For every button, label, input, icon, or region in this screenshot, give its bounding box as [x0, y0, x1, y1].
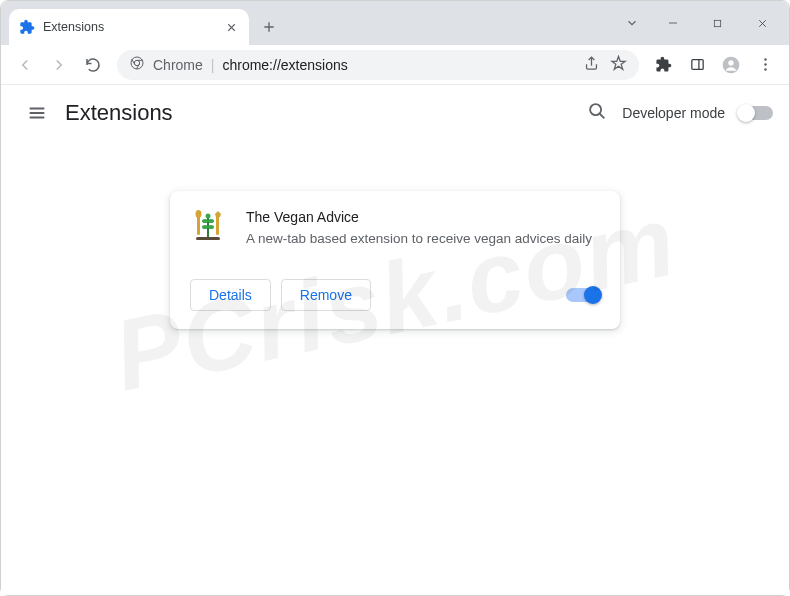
reload-button[interactable]	[77, 49, 109, 81]
tab-dropdown-button[interactable]	[614, 8, 650, 38]
extensions-icon[interactable]	[647, 49, 679, 81]
chrome-icon	[129, 55, 145, 74]
titlebar: Extensions	[1, 1, 789, 45]
close-window-button[interactable]	[740, 8, 785, 38]
address-bar[interactable]: Chrome | chrome://extensions	[117, 50, 639, 80]
profile-icon[interactable]	[715, 49, 747, 81]
page-content: Extensions Developer mode	[1, 85, 789, 595]
developer-mode-label: Developer mode	[622, 105, 725, 121]
svg-point-7	[764, 63, 767, 66]
svg-point-9	[590, 104, 601, 115]
omnibox-actions	[583, 55, 627, 75]
window-controls	[614, 7, 789, 45]
hamburger-menu-button[interactable]	[17, 93, 57, 133]
remove-button[interactable]: Remove	[281, 279, 371, 311]
tab-close-button[interactable]	[223, 19, 239, 35]
extension-header: The Vegan Advice A new-tab based extensi…	[190, 209, 600, 249]
url-text: chrome://extensions	[222, 57, 347, 73]
svg-point-13	[202, 219, 208, 223]
svg-point-17	[206, 214, 211, 219]
extension-description: A new-tab based extension to receive veg…	[246, 229, 600, 249]
back-button[interactable]	[9, 49, 41, 81]
svg-rect-12	[216, 215, 219, 235]
extension-card: The Vegan Advice A new-tab based extensi…	[170, 191, 620, 329]
share-icon[interactable]	[583, 55, 600, 75]
new-tab-button[interactable]	[255, 13, 283, 41]
svg-point-11	[196, 210, 202, 218]
extensions-list: The Vegan Advice A new-tab based extensi…	[1, 141, 789, 595]
menu-icon[interactable]	[749, 49, 781, 81]
svg-point-14	[208, 219, 214, 223]
browser-window: Extensions	[0, 0, 790, 596]
url-prefix: Chrome	[153, 57, 203, 73]
svg-rect-3	[691, 60, 702, 70]
page-title: Extensions	[65, 100, 173, 126]
extension-name: The Vegan Advice	[246, 209, 600, 225]
developer-mode-toggle[interactable]	[739, 106, 773, 120]
svg-point-5	[728, 60, 733, 65]
tab-title: Extensions	[43, 20, 215, 34]
bookmark-icon[interactable]	[610, 55, 627, 75]
maximize-button[interactable]	[695, 8, 740, 38]
sidepanel-icon[interactable]	[681, 49, 713, 81]
extension-toggle-wrap	[566, 288, 600, 302]
svg-point-8	[764, 68, 767, 71]
forward-button[interactable]	[43, 49, 75, 81]
url-separator: |	[211, 57, 215, 73]
page-header: Extensions Developer mode	[1, 85, 789, 141]
svg-rect-18	[196, 237, 220, 240]
svg-point-15	[202, 225, 208, 229]
puzzle-icon	[19, 19, 35, 35]
svg-point-16	[208, 225, 214, 229]
extension-info: The Vegan Advice A new-tab based extensi…	[246, 209, 600, 249]
extension-enable-toggle[interactable]	[566, 288, 600, 302]
details-button[interactable]: Details	[190, 279, 271, 311]
extension-actions: Details Remove	[190, 279, 600, 311]
extension-icon	[190, 209, 226, 245]
svg-point-6	[764, 58, 767, 61]
minimize-button[interactable]	[650, 8, 695, 38]
header-actions: Developer mode	[586, 100, 773, 126]
browser-tab[interactable]: Extensions	[9, 9, 249, 45]
toolbar: Chrome | chrome://extensions	[1, 45, 789, 85]
svg-rect-0	[714, 20, 720, 26]
search-button[interactable]	[586, 100, 608, 126]
